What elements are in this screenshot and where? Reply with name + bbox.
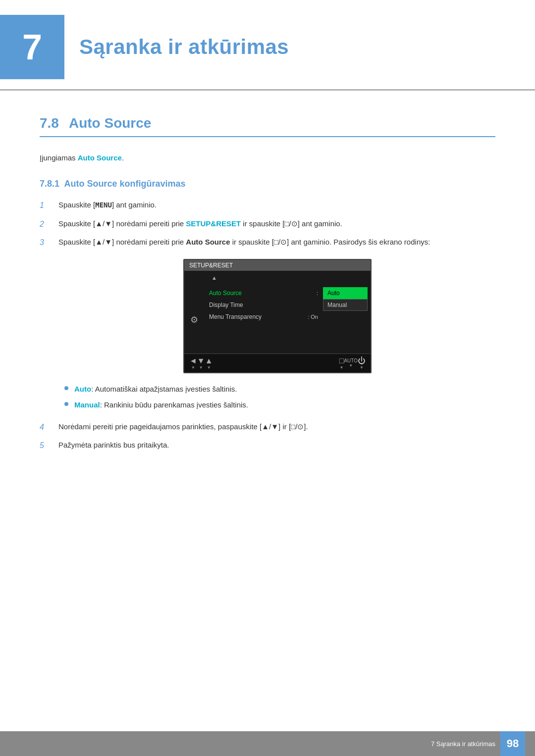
- section-number: 7.8: [40, 115, 59, 131]
- bottom-icon-left: ◄ ▼: [189, 356, 197, 370]
- step-4: 4 Norėdami pereiti prie pageidaujamos pa…: [40, 421, 495, 434]
- screen-title-bar: SETUP&RESET: [184, 260, 371, 271]
- menu-item-auto-source: Auto Source :: [204, 287, 323, 299]
- step-2-text: Spauskite [▲/▼] norėdami pereiti prie SE…: [58, 218, 495, 230]
- step-4-text: Norėdami pereiti prie pageidaujamos pari…: [58, 421, 495, 433]
- bullet-manual-text: Manual: Rankiniu būdu parenkamas įvestie…: [74, 399, 248, 411]
- step-3-number: 3: [40, 236, 54, 249]
- bullet-auto: Auto: Automatiškai atpažįstamas įvesties…: [64, 383, 495, 395]
- subsection-title: Auto Source konfigūravimas: [64, 179, 185, 189]
- step-3: 3 Spauskite [▲/▼] norėdami pereiti prie …: [40, 236, 495, 249]
- step-2-number: 2: [40, 218, 54, 231]
- main-content: 7.8 Auto Source Įjungiamas Auto Source. …: [0, 91, 535, 502]
- screen-container: SETUP&RESET ▲ ⚙ Auto Source : Display Ti…: [59, 259, 495, 373]
- chapter-header: 7 Sąranka ir atkūrimas: [0, 0, 535, 91]
- bottom-icon-down: ▼ ▼: [197, 356, 205, 370]
- step-1: 1 Spauskite [MENU] ant gaminio.: [40, 199, 495, 212]
- subsection-number: 7.8.1: [40, 179, 59, 189]
- screen-gear-icon: ⚙: [184, 285, 204, 350]
- step-5-text: Pažymėta parinktis bus pritaikyta.: [58, 439, 495, 451]
- subsection-heading: 7.8.1 Auto Source konfigūravimas: [40, 179, 495, 189]
- submenu-option-manual: Manual: [323, 299, 368, 311]
- screen-submenu: Auto Manual: [323, 287, 368, 350]
- step-2: 2 Spauskite [▲/▼] norėdami pereiti prie …: [40, 218, 495, 231]
- footer-chapter-ref: 7 Sąranka ir atkūrimas: [431, 740, 495, 748]
- steps-list: 1 Spauskite [MENU] ant gaminio. 2 Spausk…: [40, 199, 495, 249]
- submenu-option-auto: Auto: [323, 287, 368, 299]
- footer: 7 Sąranka ir atkūrimas 98: [0, 731, 535, 756]
- section-heading: 7.8 Auto Source: [40, 115, 495, 137]
- screen-arrow-up: ▲: [184, 271, 371, 281]
- bullet-dot-auto: [64, 386, 68, 390]
- bottom-icon-enter: □ ▼: [339, 356, 344, 370]
- screen-menu: Auto Source : Display Time Menu Transpar…: [204, 285, 323, 350]
- bullet-auto-bold: Auto: [74, 385, 91, 393]
- menu-item-menu-transparency: Menu Transparency : On: [204, 311, 323, 323]
- bottom-icon-power: ⏻ ▼: [358, 356, 366, 370]
- step-4-number: 4: [40, 421, 54, 434]
- section-title: Auto Source: [69, 115, 151, 131]
- screen-body: ⚙ Auto Source : Display Time Menu Transp…: [184, 281, 371, 353]
- intro-paragraph: Įjungiamas Auto Source.: [40, 152, 495, 164]
- intro-bold: Auto Source: [78, 153, 122, 162]
- bottom-icon-up: ▲ ▼: [205, 356, 213, 370]
- chapter-number: 7: [0, 15, 64, 79]
- bullet-manual: Manual: Rankiniu būdu parenkamas įvestie…: [64, 399, 495, 411]
- intro-suffix: .: [122, 153, 124, 162]
- footer-page-number: 98: [500, 731, 525, 756]
- menu-item-display-time: Display Time: [204, 299, 323, 311]
- intro-prefix: Įjungiamas: [40, 153, 78, 162]
- kbd-menu: MENU: [95, 201, 112, 209]
- bullet-auto-text: Auto: Automatiškai atpažįstamas įvesties…: [74, 383, 237, 395]
- steps-list-456: 4 Norėdami pereiti prie pageidaujamos pa…: [40, 421, 495, 452]
- step-2-bold: SETUP&RESET: [186, 219, 241, 228]
- bullet-dot-manual: [64, 402, 68, 406]
- screen-bottom-bar: ◄ ▼ ▼ ▼ ▲ ▼ □ ▼ AUTO ▼: [184, 353, 371, 372]
- screen-title: SETUP&RESET: [189, 262, 233, 269]
- step-5: 5 Pažymėta parinktis bus pritaikyta.: [40, 439, 495, 452]
- bottom-icon-auto: AUTO ▼: [344, 358, 358, 368]
- step-5-number: 5: [40, 439, 54, 452]
- chapter-title: Sąranka ir atkūrimas: [79, 35, 289, 59]
- bullet-manual-bold: Manual: [74, 401, 100, 409]
- step-1-number: 1: [40, 199, 54, 212]
- bullet-list: Auto: Automatiškai atpažįstamas įvesties…: [64, 383, 495, 411]
- step-3-bold: Auto Source: [186, 238, 230, 246]
- screen-mockup: SETUP&RESET ▲ ⚙ Auto Source : Display Ti…: [183, 259, 372, 373]
- step-3-text: Spauskite [▲/▼] norėdami pereiti prie Au…: [58, 236, 495, 248]
- step-1-text: Spauskite [MENU] ant gaminio.: [58, 199, 495, 211]
